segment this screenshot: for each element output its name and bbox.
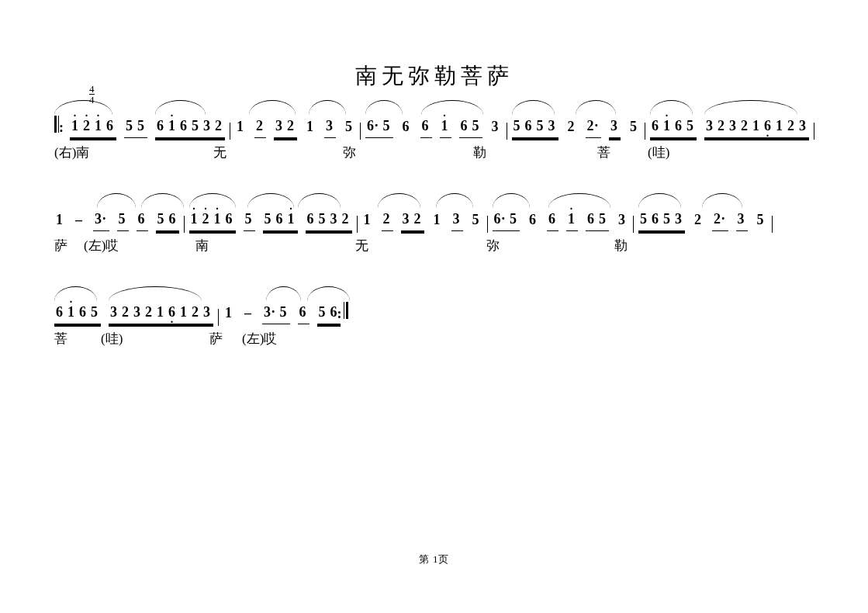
note-group: 5 [244,207,255,231]
note-group: 32 [401,207,424,231]
lyric: 南 [195,237,209,255]
lyric: 菩 [597,144,610,161]
note: 1 [235,115,247,138]
note-group: 65 [586,207,609,231]
lyric: 弥 [343,144,356,161]
note: 3 [109,300,120,324]
note: 3 [547,114,558,137]
note: 1 [189,207,201,230]
repeat-start [54,116,59,140]
measure: 1232135 [362,207,482,231]
note: 5 [512,114,524,137]
note: 3 [704,114,716,137]
note-group: 6 [547,207,558,231]
barline [633,216,634,233]
note-group: 6532 [306,207,352,231]
barline [357,216,358,233]
barline [487,216,488,233]
note: 1 [178,300,190,324]
note: 6 [586,207,597,230]
note: 5 [471,208,482,231]
note: 3 [324,114,336,137]
slur [54,100,112,115]
note: 3 [673,207,685,230]
note-group: 2 [712,207,728,231]
note-group: 5 [756,208,767,231]
notes-row: 1216556165321232135656616535653223561653… [54,114,814,137]
note: 2 [190,300,202,324]
barline [360,123,361,140]
lyric: 菩 [54,330,67,348]
note: 3 [736,207,748,230]
note: 2 [712,207,728,230]
notes-row: 61653232161231–35656 [54,300,814,324]
slur [421,100,483,115]
music-body: 1216556165321232135656616535653223561653… [54,114,814,355]
slur [54,286,97,301]
slur [247,193,294,208]
note: 2 [254,114,266,137]
note: 5 [756,208,767,231]
note-group: 323216123 [704,114,809,138]
lyric: 弥 [486,237,500,255]
note-group: 6 [420,114,432,138]
note: 3 [728,114,739,137]
barline [184,216,185,233]
note: 6 [168,207,179,230]
note-group: 2 [254,114,266,138]
note: 5 [124,114,136,137]
note: 5 [628,115,640,138]
barline [507,123,507,140]
note-group: 2 [586,114,602,138]
note-group: 6 [527,208,539,231]
note: 6 [459,114,471,137]
note: 1 [66,300,78,324]
note-group: 2 [566,115,578,138]
note-group: 561 [263,207,298,231]
note-group: 1 [440,114,451,138]
note: 5 [535,114,547,137]
measure: 65661653 [493,207,629,231]
note: 2 [586,114,602,137]
note: 1 [751,114,763,137]
note: 5 [156,207,168,230]
note-group: 3 [93,207,109,231]
measure: 1–35656 [223,300,341,324]
note: 5 [382,114,393,137]
note: 5 [638,207,650,230]
note: 6 [178,114,190,137]
note-group: 56 [156,207,179,231]
lyric: (右)南 [54,144,89,161]
note: 5 [244,207,255,230]
note: 1 [362,208,374,231]
note: 5 [685,114,697,137]
note: 1 [432,208,444,231]
note: 2 [201,207,213,230]
note: 5 [317,300,329,324]
note: 6 [137,207,148,230]
note-group: 323216123 [109,300,213,324]
measure: 6165323216123 [54,300,213,324]
measure: 56532235 [512,114,641,138]
note-group: 3 [617,208,628,231]
note: 6 [650,114,662,137]
note-group: 1 [235,115,247,138]
note: 2 [566,115,578,138]
note: 2 [213,114,225,137]
measure: 121655616532 [54,114,225,138]
note: 5 [597,207,609,230]
barline [814,123,814,140]
note: 2 [693,208,704,231]
note: 2 [786,114,797,137]
note-group: 3 [490,115,502,138]
slur [576,100,616,115]
note-group: 6165 [54,300,101,324]
note: 5 [136,114,147,137]
barline [645,123,645,140]
note: 2 [716,114,728,137]
note-group: 65 [365,114,393,138]
note-group: 2 [693,208,704,231]
note: 3 [132,300,144,324]
slur [249,100,296,115]
slur [493,193,530,208]
